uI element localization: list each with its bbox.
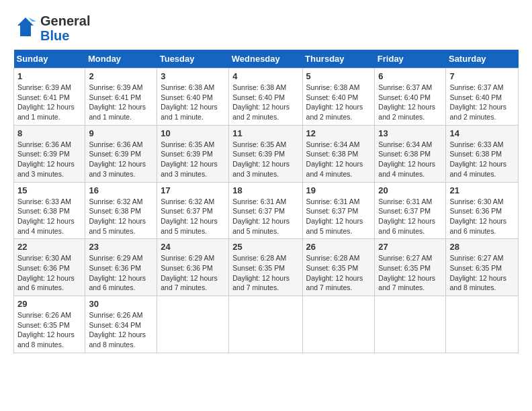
- day-number: 19: [306, 185, 371, 195]
- calendar-day-cell: 20Sunrise: 6:31 AMSunset: 6:37 PMDayligh…: [375, 182, 446, 239]
- day-info: Sunrise: 6:33 AMSunset: 6:38 PMDaylight:…: [449, 140, 515, 179]
- day-number: 5: [306, 71, 371, 81]
- day-number: 1: [17, 71, 81, 81]
- day-info: Sunrise: 6:32 AMSunset: 6:38 PMDaylight:…: [89, 197, 153, 236]
- calendar-day-cell: 28Sunrise: 6:27 AMSunset: 6:35 PMDayligh…: [446, 239, 519, 296]
- calendar-day-cell: 4Sunrise: 6:38 AMSunset: 6:40 PMDaylight…: [229, 68, 302, 126]
- day-info: Sunrise: 6:38 AMSunset: 6:40 PMDaylight:…: [232, 83, 298, 122]
- day-info: Sunrise: 6:37 AMSunset: 6:40 PMDaylight:…: [449, 83, 515, 122]
- day-info: Sunrise: 6:37 AMSunset: 6:40 PMDaylight:…: [378, 83, 442, 122]
- weekday-header-wednesday: Wednesday: [229, 50, 302, 68]
- day-number: 18: [232, 185, 298, 195]
- calendar-week-row: 22Sunrise: 6:30 AMSunset: 6:36 PMDayligh…: [14, 239, 519, 296]
- calendar-day-cell: 29Sunrise: 6:26 AMSunset: 6:35 PMDayligh…: [14, 296, 85, 353]
- day-info: Sunrise: 6:39 AMSunset: 6:41 PMDaylight:…: [17, 83, 81, 122]
- day-info: Sunrise: 6:31 AMSunset: 6:37 PMDaylight:…: [378, 197, 442, 236]
- day-number: 30: [89, 299, 153, 309]
- calendar-day-cell: 13Sunrise: 6:34 AMSunset: 6:38 PMDayligh…: [375, 125, 446, 182]
- calendar-day-cell: 15Sunrise: 6:33 AMSunset: 6:38 PMDayligh…: [14, 182, 85, 239]
- calendar-day-cell: 24Sunrise: 6:29 AMSunset: 6:36 PMDayligh…: [157, 239, 229, 296]
- calendar-week-row: 15Sunrise: 6:33 AMSunset: 6:38 PMDayligh…: [14, 182, 519, 239]
- empty-cell: [446, 296, 519, 353]
- day-info: Sunrise: 6:35 AMSunset: 6:39 PMDaylight:…: [161, 140, 225, 179]
- calendar-day-cell: 11Sunrise: 6:35 AMSunset: 6:39 PMDayligh…: [229, 125, 302, 182]
- calendar-day-cell: 10Sunrise: 6:35 AMSunset: 6:39 PMDayligh…: [157, 125, 229, 182]
- day-number: 16: [89, 185, 153, 195]
- day-info: Sunrise: 6:38 AMSunset: 6:40 PMDaylight:…: [161, 83, 225, 122]
- day-number: 13: [378, 128, 442, 138]
- day-number: 15: [17, 185, 81, 195]
- day-number: 2: [89, 71, 153, 81]
- day-number: 20: [378, 185, 442, 195]
- calendar-day-cell: 9Sunrise: 6:36 AMSunset: 6:39 PMDaylight…: [85, 125, 157, 182]
- day-info: Sunrise: 6:36 AMSunset: 6:39 PMDaylight:…: [17, 140, 81, 179]
- day-number: 26: [306, 242, 371, 252]
- day-info: Sunrise: 6:38 AMSunset: 6:40 PMDaylight:…: [306, 83, 371, 122]
- calendar-week-row: 29Sunrise: 6:26 AMSunset: 6:35 PMDayligh…: [14, 296, 519, 353]
- calendar-week-row: 1Sunrise: 6:39 AMSunset: 6:41 PMDaylight…: [14, 68, 519, 126]
- calendar-day-cell: 17Sunrise: 6:32 AMSunset: 6:37 PMDayligh…: [157, 182, 229, 239]
- empty-cell: [375, 296, 446, 353]
- calendar-day-cell: 6Sunrise: 6:37 AMSunset: 6:40 PMDaylight…: [375, 68, 446, 126]
- calendar-day-cell: 19Sunrise: 6:31 AMSunset: 6:37 PMDayligh…: [302, 182, 375, 239]
- day-number: 6: [378, 71, 442, 81]
- calendar-day-cell: 22Sunrise: 6:30 AMSunset: 6:36 PMDayligh…: [14, 239, 85, 296]
- calendar-day-cell: 18Sunrise: 6:31 AMSunset: 6:37 PMDayligh…: [229, 182, 302, 239]
- day-info: Sunrise: 6:33 AMSunset: 6:38 PMDaylight:…: [17, 197, 81, 236]
- empty-cell: [302, 296, 375, 353]
- calendar-day-cell: 7Sunrise: 6:37 AMSunset: 6:40 PMDaylight…: [446, 68, 519, 126]
- day-info: Sunrise: 6:39 AMSunset: 6:41 PMDaylight:…: [89, 83, 153, 122]
- day-info: Sunrise: 6:26 AMSunset: 6:34 PMDaylight:…: [89, 310, 153, 350]
- day-info: Sunrise: 6:28 AMSunset: 6:35 PMDaylight:…: [232, 253, 298, 293]
- weekday-header-monday: Monday: [85, 50, 157, 68]
- calendar-day-cell: 14Sunrise: 6:33 AMSunset: 6:38 PMDayligh…: [446, 125, 519, 182]
- day-number: 7: [449, 71, 515, 81]
- day-number: 12: [306, 128, 371, 138]
- day-number: 4: [232, 71, 298, 81]
- day-number: 3: [161, 71, 225, 81]
- calendar-day-cell: 16Sunrise: 6:32 AMSunset: 6:38 PMDayligh…: [85, 182, 157, 239]
- calendar-day-cell: 12Sunrise: 6:34 AMSunset: 6:38 PMDayligh…: [302, 125, 375, 182]
- empty-cell: [157, 296, 229, 353]
- day-number: 17: [161, 185, 225, 195]
- day-info: Sunrise: 6:27 AMSunset: 6:35 PMDaylight:…: [378, 253, 442, 293]
- svg-marker-2: [28, 17, 36, 21]
- day-info: Sunrise: 6:34 AMSunset: 6:38 PMDaylight:…: [378, 140, 442, 179]
- day-info: Sunrise: 6:34 AMSunset: 6:38 PMDaylight:…: [306, 140, 371, 179]
- logo-icon: [13, 15, 38, 39]
- day-number: 10: [161, 128, 225, 138]
- day-number: 11: [232, 128, 298, 138]
- day-number: 8: [17, 128, 81, 138]
- weekday-header-sunday: Sunday: [14, 50, 85, 68]
- day-info: Sunrise: 6:29 AMSunset: 6:36 PMDaylight:…: [161, 253, 225, 293]
- weekday-header-thursday: Thursday: [302, 50, 375, 68]
- day-number: 23: [89, 242, 153, 252]
- weekday-header-row: SundayMondayTuesdayWednesdayThursdayFrid…: [14, 50, 519, 68]
- day-info: Sunrise: 6:30 AMSunset: 6:36 PMDaylight:…: [449, 197, 515, 236]
- day-number: 9: [89, 128, 153, 138]
- weekday-header-saturday: Saturday: [446, 50, 519, 68]
- page-header: General Blue: [13, 13, 519, 43]
- day-info: Sunrise: 6:26 AMSunset: 6:35 PMDaylight:…: [17, 310, 81, 350]
- weekday-header-tuesday: Tuesday: [157, 50, 229, 68]
- day-number: 24: [161, 242, 225, 252]
- calendar-day-cell: 27Sunrise: 6:27 AMSunset: 6:35 PMDayligh…: [375, 239, 446, 296]
- day-info: Sunrise: 6:31 AMSunset: 6:37 PMDaylight:…: [306, 197, 371, 236]
- calendar-day-cell: 25Sunrise: 6:28 AMSunset: 6:35 PMDayligh…: [229, 239, 302, 296]
- empty-cell: [229, 296, 302, 353]
- calendar-table: SundayMondayTuesdayWednesdayThursdayFrid…: [13, 50, 519, 353]
- weekday-header-friday: Friday: [375, 50, 446, 68]
- logo-blue: Blue: [40, 28, 90, 43]
- day-info: Sunrise: 6:27 AMSunset: 6:35 PMDaylight:…: [449, 253, 515, 293]
- calendar-day-cell: 3Sunrise: 6:38 AMSunset: 6:40 PMDaylight…: [157, 68, 229, 126]
- calendar-day-cell: 30Sunrise: 6:26 AMSunset: 6:34 PMDayligh…: [85, 296, 157, 353]
- logo: General Blue: [13, 13, 90, 43]
- calendar-day-cell: 1Sunrise: 6:39 AMSunset: 6:41 PMDaylight…: [14, 68, 85, 126]
- day-info: Sunrise: 6:35 AMSunset: 6:39 PMDaylight:…: [232, 140, 298, 179]
- day-number: 29: [17, 299, 81, 309]
- day-number: 28: [449, 242, 515, 252]
- calendar-day-cell: 2Sunrise: 6:39 AMSunset: 6:41 PMDaylight…: [85, 68, 157, 126]
- calendar-day-cell: 8Sunrise: 6:36 AMSunset: 6:39 PMDaylight…: [14, 125, 85, 182]
- day-number: 14: [449, 128, 515, 138]
- day-info: Sunrise: 6:31 AMSunset: 6:37 PMDaylight:…: [232, 197, 298, 236]
